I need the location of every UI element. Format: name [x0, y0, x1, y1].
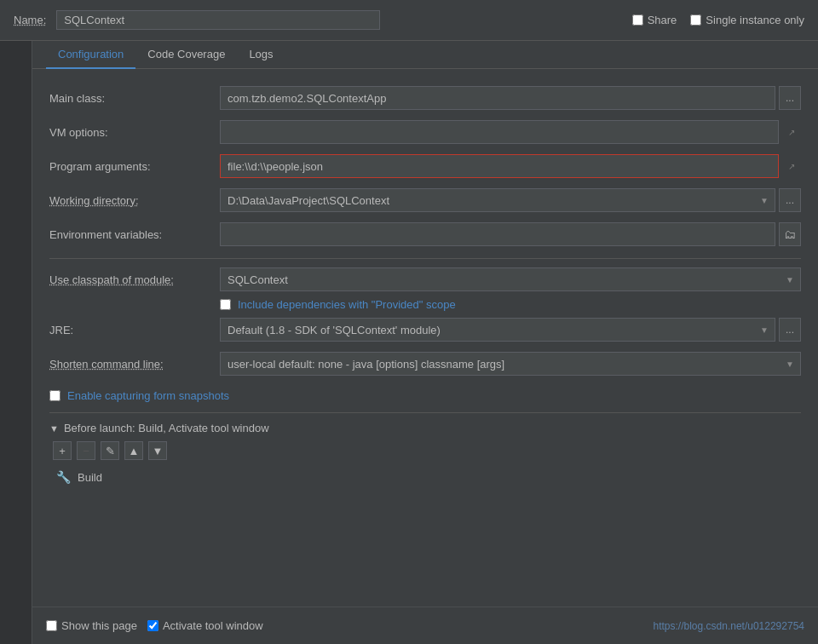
side-panel [0, 41, 32, 644]
before-launch-add-btn[interactable]: + [53, 441, 72, 460]
main-class-input[interactable] [220, 86, 775, 110]
show-page-label: Show this page [61, 619, 137, 632]
before-launch-title: Before launch: Build, Activate tool wind… [64, 422, 269, 434]
before-launch-edit-btn[interactable]: ✎ [101, 441, 119, 460]
jre-field: Default (1.8 - SDK of 'SQLContext' modul… [220, 318, 801, 342]
vm-options-label: VM options: [49, 126, 220, 139]
main-class-field: ... [220, 86, 801, 110]
tab-logs[interactable]: Logs [237, 41, 285, 69]
env-variables-browse-btn[interactable]: 🗂 [779, 222, 801, 246]
share-checkbox-label[interactable]: Share [632, 14, 677, 26]
before-launch-controls: + − ✎ ▲ ▼ [49, 441, 801, 460]
include-deps-label: Include dependencies with "Provided" sco… [238, 298, 456, 311]
jre-row: JRE: Default (1.8 - SDK of 'SQLContext' … [49, 314, 801, 345]
jre-label: JRE: [49, 324, 220, 336]
show-page-group: Show this page [46, 619, 137, 632]
show-page-checkbox[interactable] [46, 620, 57, 631]
shorten-cmd-label: Shorten command line: [49, 358, 220, 371]
shorten-cmd-field: user-local default: none - java [options… [220, 352, 801, 376]
main-class-row: Main class: ... [49, 83, 801, 113]
build-icon: 🔧 [56, 470, 71, 484]
env-variables-field: 🗂 [220, 222, 801, 246]
before-launch-collapse-icon[interactable]: ▼ [49, 423, 59, 434]
vm-options-row: VM options: ↗ [49, 117, 801, 147]
main-class-browse-btn[interactable]: ... [779, 86, 801, 110]
tab-code-coverage[interactable]: Code Coverage [135, 41, 237, 69]
activate-toolwindow-label: Activate tool window [163, 619, 263, 632]
folder-icon: 🗂 [784, 227, 796, 241]
build-item: 🔧 Build [49, 467, 801, 487]
working-directory-input[interactable] [220, 188, 775, 212]
classpath-row: Use classpath of module: SQLContext ▼ [49, 264, 801, 295]
single-instance-checkbox[interactable] [690, 14, 701, 26]
shorten-cmd-select[interactable]: user-local default: none - java [options… [220, 352, 801, 376]
share-checkbox[interactable] [632, 14, 643, 26]
separator-1 [49, 258, 801, 259]
env-variables-row: Environment variables: 🗂 [49, 219, 801, 250]
program-arguments-field: ↗ [220, 154, 801, 178]
jre-select[interactable]: Default (1.8 - SDK of 'SQLContext' modul… [220, 318, 775, 342]
activate-toolwindow-checkbox[interactable] [147, 620, 158, 631]
content-area: Configuration Code Coverage Logs Main cl… [32, 41, 818, 644]
program-arguments-expand-btn[interactable]: ↗ [782, 157, 801, 175]
bottom-bar: Show this page Activate tool window http… [32, 607, 818, 644]
before-launch-remove-btn[interactable]: − [77, 441, 95, 460]
main-content: Main class: ... VM options: ↗ [32, 69, 818, 607]
working-directory-field: ▼ ... [220, 188, 801, 212]
before-launch-down-btn[interactable]: ▼ [148, 441, 167, 460]
main-class-label: Main class: [49, 92, 220, 105]
snapshot-row: Enable capturing form snapshots [49, 389, 801, 402]
bottom-bar-left: Show this page Activate tool window [46, 619, 643, 632]
include-deps-row: Include dependencies with "Provided" sco… [220, 298, 801, 311]
header-bar: Name: Share Single instance only [0, 0, 818, 41]
classpath-select[interactable]: SQLContext [220, 267, 801, 291]
classpath-label: Use classpath of module: [49, 273, 220, 286]
snapshot-label: Enable capturing form snapshots [67, 389, 229, 402]
program-arguments-row: Program arguments: ↗ [49, 151, 801, 181]
single-instance-checkbox-label[interactable]: Single instance only [690, 14, 804, 26]
vm-options-expand-btn[interactable]: ↗ [782, 123, 801, 141]
shorten-cmd-row: Shorten command line: user-local default… [49, 348, 801, 379]
env-variables-input[interactable] [220, 222, 775, 246]
before-launch-up-btn[interactable]: ▲ [124, 441, 143, 460]
program-arguments-label: Program arguments: [49, 160, 220, 173]
name-label: Name: [14, 14, 46, 26]
snapshot-checkbox[interactable] [49, 390, 60, 401]
classpath-field: SQLContext ▼ [220, 267, 801, 291]
name-input[interactable] [56, 10, 380, 30]
before-launch-header: ▼ Before launch: Build, Activate tool wi… [49, 422, 801, 434]
env-variables-label: Environment variables: [49, 228, 220, 241]
include-deps-checkbox[interactable] [220, 299, 231, 310]
working-directory-label: Working directory: [49, 194, 220, 207]
tabs-bar: Configuration Code Coverage Logs [32, 41, 818, 69]
vm-options-input[interactable] [220, 120, 779, 144]
working-directory-row: Working directory: ▼ ... [49, 185, 801, 216]
vm-options-field: ↗ [220, 120, 801, 144]
expand-icon: ↗ [788, 162, 795, 171]
expand-icon: ↗ [788, 128, 795, 137]
single-instance-label: Single instance only [706, 14, 804, 26]
build-label: Build [78, 471, 102, 484]
working-directory-browse-btn[interactable]: ... [779, 188, 801, 212]
before-launch-section: ▼ Before launch: Build, Activate tool wi… [49, 412, 801, 487]
tab-configuration[interactable]: Configuration [46, 41, 135, 69]
program-arguments-input[interactable] [220, 154, 779, 178]
jre-browse-btn[interactable]: ... [779, 318, 801, 342]
run-configuration-dialog: Name: Share Single instance only Configu… [0, 0, 818, 644]
activate-toolwindow-group: Activate tool window [147, 619, 263, 632]
main-layout: Configuration Code Coverage Logs Main cl… [0, 41, 818, 644]
header-right: Share Single instance only [632, 14, 804, 26]
url-label: https://blog.csdn.net/u012292754 [654, 620, 804, 632]
share-label: Share [648, 14, 677, 26]
